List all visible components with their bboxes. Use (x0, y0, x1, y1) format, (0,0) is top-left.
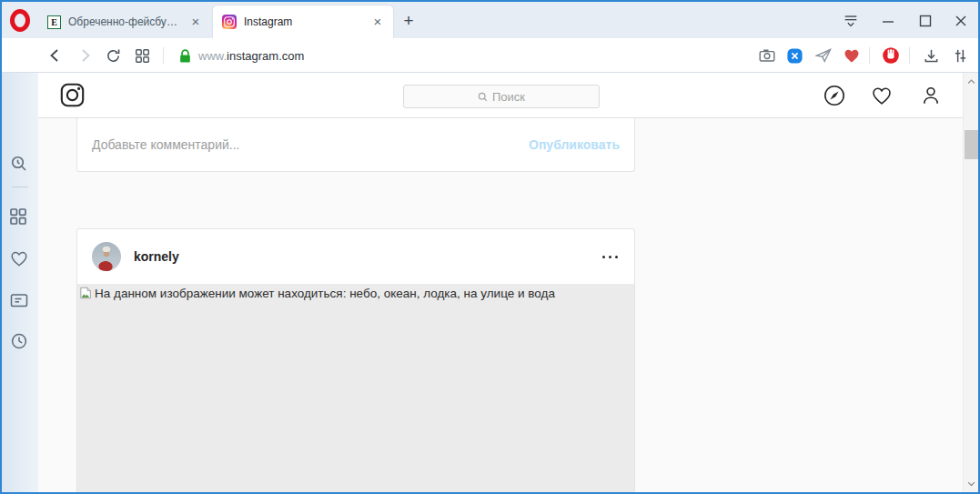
tab-facebook-blog[interactable]: E Обреченно-фейсбучное × (38, 5, 211, 38)
tab-title: Обреченно-фейсбучное (68, 15, 182, 28)
sidebar-history-button[interactable] (9, 330, 31, 352)
minimize-icon (880, 13, 896, 29)
red-heart-icon (843, 46, 861, 65)
toolbar-separator (869, 47, 870, 64)
blocker-extension-button[interactable] (879, 44, 903, 67)
feed-content: Добавьте комментарий... Опубликовать kor… (38, 118, 963, 492)
window-close-button[interactable] (951, 11, 971, 31)
explore-button[interactable] (823, 85, 845, 106)
tab-favicon-e: E (47, 15, 61, 29)
post-card: kornely На данном изображении может нахо… (76, 228, 635, 492)
broken-image-icon (78, 286, 93, 300)
grid-icon (9, 207, 27, 226)
maximize-icon (917, 13, 934, 29)
blue-x-badge-icon (786, 47, 803, 65)
image-alt-text: На данном изображении может находиться: … (95, 286, 555, 301)
scroll-down-button[interactable] (965, 478, 977, 489)
download-icon (923, 47, 940, 65)
broken-image-row: На данном изображении может находиться: … (78, 286, 629, 301)
lock-icon (177, 47, 194, 65)
url-host: instagram.com (227, 49, 304, 63)
bookmark-heart-button[interactable] (840, 44, 864, 67)
snapshot-button[interactable] (755, 44, 779, 67)
url-prefix: www. (198, 49, 227, 63)
clock-icon (9, 331, 29, 351)
comment-section: Добавьте комментарий... Опубликовать (76, 118, 635, 172)
toolbar-separator (909, 47, 910, 64)
extension-badge-button[interactable] (783, 44, 806, 67)
sidebar-divider (12, 187, 28, 187)
settings-sliders-icon (952, 47, 969, 65)
address-bar[interactable]: www.instagram.com (198, 45, 304, 66)
compass-icon (823, 85, 845, 106)
sidebar-bookmarks-button[interactable] (9, 247, 31, 269)
easy-setup-button[interactable] (948, 44, 972, 67)
search-icon (478, 92, 488, 102)
activity-button[interactable] (871, 85, 893, 106)
instagram-favicon (222, 15, 237, 29)
chevron-up-icon (966, 76, 976, 86)
chevron-down-icon (966, 479, 976, 489)
page-scrollbar[interactable] (963, 73, 978, 492)
tab-instagram[interactable]: Instagram × (213, 5, 393, 38)
toolbar-separator (163, 47, 164, 64)
post-image-placeholder[interactable]: На данном изображении может находиться: … (77, 284, 634, 492)
scroll-up-button[interactable] (965, 76, 977, 87)
heart-outline-icon (871, 85, 893, 106)
minimize-button[interactable] (878, 11, 898, 31)
downloads-button[interactable] (919, 44, 943, 67)
speed-dial-grid-icon (135, 48, 150, 64)
back-icon (47, 47, 64, 64)
reload-icon (105, 47, 122, 65)
publish-button[interactable]: Опубликовать (529, 137, 620, 152)
reload-button[interactable] (101, 44, 125, 67)
tab-menu-icon (843, 13, 859, 29)
post-header: kornely (77, 229, 634, 284)
scrollbar-thumb[interactable] (965, 130, 978, 159)
dot (602, 256, 605, 258)
sidebar-speed-dial-button[interactable] (9, 206, 31, 227)
tab-bar: E Обреченно-фейсбучное × Instagram × + (2, 2, 978, 38)
post-username[interactable]: kornely (134, 249, 179, 264)
speed-dial-button[interactable] (130, 44, 154, 67)
back-button[interactable] (44, 44, 67, 67)
opera-logo-icon (10, 9, 30, 32)
sidebar-news-button[interactable] (9, 289, 31, 311)
site-security-badge[interactable] (173, 44, 197, 67)
news-icon (9, 290, 29, 310)
new-tab-button[interactable]: + (399, 12, 418, 30)
forward-button[interactable] (73, 44, 96, 67)
instagram-header: Поиск (38, 73, 963, 118)
window-close-icon (953, 13, 969, 29)
heart-outline-icon (9, 248, 29, 268)
search-placeholder: Поиск (492, 90, 525, 104)
avatar[interactable] (92, 242, 121, 271)
search-icon (9, 154, 29, 174)
instagram-page: Поиск Д (38, 73, 978, 492)
profile-button[interactable] (920, 85, 942, 106)
comment-input[interactable]: Добавьте комментарий... (92, 137, 529, 152)
address-toolbar: www.instagram.com (2, 38, 978, 73)
maximize-button[interactable] (915, 11, 935, 31)
search-input[interactable]: Поиск (403, 85, 600, 108)
dot (609, 256, 611, 258)
post-options-button[interactable] (601, 250, 620, 264)
tab-menu-button[interactable] (841, 11, 861, 31)
camera-icon (758, 46, 776, 65)
person-icon (920, 85, 942, 106)
sidebar-search-button[interactable] (9, 153, 31, 175)
opera-browser-window: E Обреченно-фейсбучное × Instagram × + (0, 0, 980, 494)
red-hand-badge-icon (882, 46, 900, 65)
dot (615, 256, 618, 258)
opera-sidebar (2, 73, 38, 492)
tab-close-icon[interactable]: × (369, 14, 386, 30)
tab-close-icon[interactable]: × (187, 14, 204, 30)
forward-icon (76, 47, 93, 64)
instagram-logo-icon[interactable] (60, 83, 85, 107)
tab-title: Instagram (244, 15, 364, 28)
my-flow-button[interactable] (812, 44, 835, 67)
paper-plane-icon (814, 46, 833, 65)
